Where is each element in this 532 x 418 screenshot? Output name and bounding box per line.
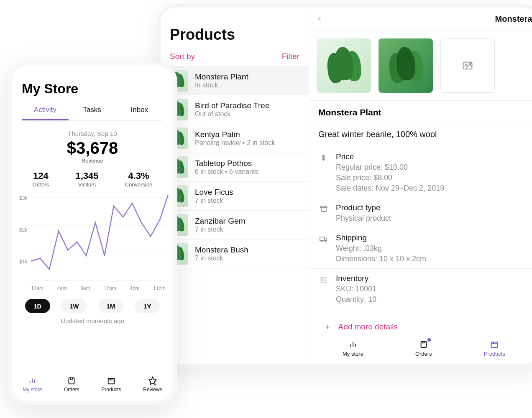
product-detail-panel: Monstera Pla Monstera Plant Great winter…	[309, 8, 532, 364]
inventory-sku: SKU: 10001	[336, 285, 376, 293]
product-name: Monstera Plant	[195, 72, 248, 82]
range-1d[interactable]: 1D	[25, 299, 50, 313]
tab-label: Reviews	[143, 387, 162, 393]
type-label: Product type	[336, 203, 391, 212]
stat-value: 124	[33, 171, 49, 181]
price-section[interactable]: Price Regular price: $10.00 Sale price: …	[309, 147, 532, 198]
truck-icon	[318, 233, 329, 263]
product-row[interactable]: Love Ficus 7 in stock	[161, 182, 309, 211]
product-row[interactable]: Monstera Bush 7 in stock	[161, 240, 309, 268]
chart-icon	[28, 376, 37, 385]
sort-by-button[interactable]: Sort by	[170, 52, 195, 61]
checklist-icon	[318, 274, 329, 304]
tab-label: Products	[101, 387, 121, 393]
product-name: Monstera Bush	[195, 245, 248, 255]
stat-label: Conversion	[125, 181, 153, 188]
orders-icon	[419, 340, 428, 349]
y-tick: $3k	[19, 195, 27, 201]
tabbar-orders[interactable]: Orders	[64, 376, 79, 393]
shipping-dimensions: Dimensions: 10 x 10 x 2cm	[336, 255, 426, 263]
back-chevron-icon[interactable]	[316, 13, 323, 25]
orders-icon	[67, 376, 76, 385]
x-tick: 11pm	[153, 285, 166, 291]
notification-badge	[427, 338, 431, 342]
product-status: Pending review • 2 in stock	[195, 139, 275, 147]
product-row[interactable]: Kentya Palm Pending review • 2 in stock	[161, 124, 309, 153]
tabbar-my-store[interactable]: My store	[23, 376, 42, 393]
x-tick: 4am	[57, 285, 66, 291]
price-dates: Sale dates: Nov 29–Dec 2, 2019	[336, 184, 444, 193]
product-status: 7 in stock	[195, 197, 233, 204]
products-panel: Products Sort by Filter Monstera Plant I…	[161, 8, 309, 364]
product-image[interactable]	[379, 38, 433, 93]
product-image[interactable]	[317, 38, 371, 93]
x-tick: 12am	[31, 285, 43, 291]
product-name: Kentya Palm	[195, 130, 275, 139]
tab-inbox[interactable]: Inbox	[116, 101, 163, 120]
product-row[interactable]: Bird of Paradise Tree Out of stock	[161, 95, 309, 124]
dollar-icon	[318, 152, 329, 193]
product-type-section[interactable]: Product type Physical product	[309, 198, 532, 228]
shipping-section[interactable]: Shipping Weight: .03kg Dimensions: 10 x …	[309, 228, 532, 269]
stat-label: Orders	[33, 181, 49, 188]
products-title: Products	[170, 26, 299, 43]
inventory-section[interactable]: Inventory SKU: 10001 Quantity: 10	[309, 269, 532, 309]
svg-rect-5	[321, 206, 327, 207]
range-1m[interactable]: 1M	[98, 299, 123, 313]
tab-my-store[interactable]: My store	[343, 340, 363, 357]
tab-orders[interactable]: Orders	[415, 340, 432, 357]
store-title: My Store	[22, 81, 163, 97]
svg-marker-31	[149, 377, 156, 385]
add-more-details-button[interactable]: Add more details	[338, 322, 398, 331]
last-updated: Updated moments ago	[19, 317, 166, 324]
inventory-label: Inventory	[336, 274, 376, 283]
tab-tasks[interactable]: Tasks	[69, 101, 116, 120]
tablet-device-frame: Products Sort by Filter Monstera Plant I…	[157, 4, 532, 368]
svg-rect-16	[421, 342, 426, 348]
revenue-value: $3,678	[19, 139, 166, 158]
tab-label: Orders	[64, 387, 79, 393]
star-icon	[148, 376, 157, 385]
svg-rect-28	[108, 379, 115, 384]
range-1w[interactable]: 1W	[61, 299, 87, 313]
revenue-label: Revenue	[19, 158, 166, 164]
product-name: Tabletop Pothos	[195, 159, 258, 168]
product-status: In stock	[195, 82, 248, 89]
svg-point-1	[465, 64, 467, 66]
filter-button[interactable]: Filter	[282, 52, 299, 61]
product-status: 7 in stock	[195, 226, 245, 233]
phone-device-frame: My Store Activity Tasks Inbox Thursday, …	[8, 62, 177, 405]
product-status: 7 in stock	[195, 255, 248, 262]
x-tick: 8am	[80, 285, 90, 291]
x-tick: 4pm	[130, 285, 139, 291]
box-icon	[490, 340, 499, 349]
range-1y[interactable]: 1Y	[135, 299, 160, 313]
tab-label: My store	[343, 351, 363, 357]
phone-tabbar: My store Orders Products Reviews	[12, 368, 173, 400]
stat-conversion: 4.3% Conversion	[125, 171, 153, 188]
tab-label: Orders	[415, 351, 432, 357]
tab-label: My store	[23, 387, 42, 393]
tabbar-reviews[interactable]: Reviews	[143, 376, 162, 393]
tab-activity[interactable]: Activity	[22, 101, 69, 120]
product-name: Love Ficus	[195, 188, 233, 197]
stat-value: 4.3%	[125, 171, 153, 181]
tabbar-products[interactable]: Products	[101, 376, 121, 393]
tab-label: Products	[484, 351, 505, 357]
price-regular: Regular price: $10.00	[336, 163, 444, 172]
add-image-button[interactable]	[440, 38, 495, 93]
stat-value: 1,345	[75, 171, 98, 181]
x-tick: 12pm	[104, 285, 116, 291]
box-icon	[107, 376, 116, 385]
product-row[interactable]: Tabletop Pothos 6 in stock • 6 variants	[161, 153, 309, 182]
detail-breadcrumb-title: Monstera Pla	[495, 14, 532, 24]
stat-orders: 124 Orders	[33, 171, 49, 188]
stat-label: Visitors	[75, 181, 98, 188]
type-value: Physical product	[336, 214, 391, 223]
product-row[interactable]: Zanzibar Gem 7 in stock	[161, 211, 309, 240]
product-row[interactable]: Monstera Plant In stock	[161, 66, 309, 95]
product-status: 6 in stock • 6 variants	[195, 168, 258, 176]
product-name: Bird of Paradise Tree	[195, 101, 269, 110]
tab-products[interactable]: Products	[484, 340, 505, 357]
shipping-label: Shipping	[336, 233, 426, 242]
